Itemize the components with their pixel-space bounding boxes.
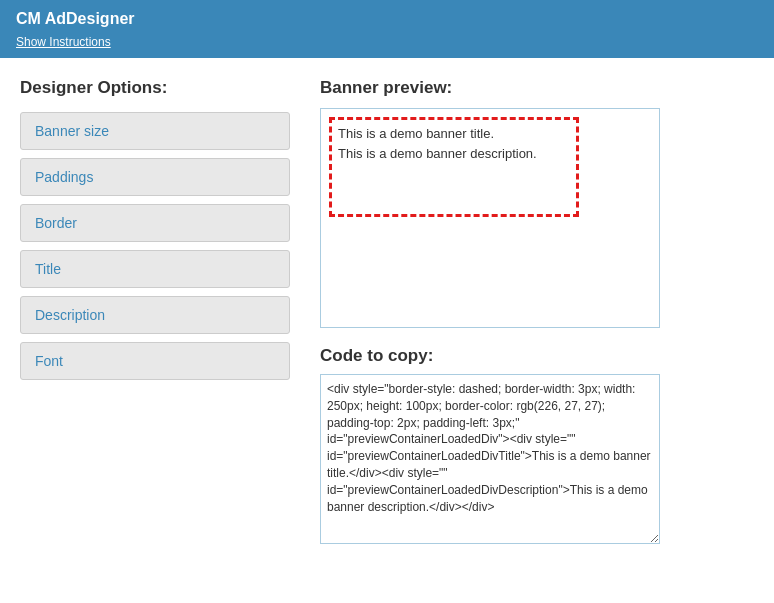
option-button-description[interactable]: Description [20, 296, 290, 334]
banner-demo-box: This is a demo banner title. This is a d… [329, 117, 579, 217]
right-panel: Banner preview: This is a demo banner ti… [320, 78, 754, 548]
left-panel: Designer Options: Banner sizePaddingsBor… [20, 78, 290, 548]
banner-desc-text: This is a demo banner description. [338, 144, 572, 164]
banner-preview-label: Banner preview: [320, 78, 754, 98]
option-button-banner-size[interactable]: Banner size [20, 112, 290, 150]
code-to-copy-label: Code to copy: [320, 346, 754, 366]
show-instructions-link[interactable]: Show Instructions [16, 35, 111, 49]
banner-preview-inner: This is a demo banner title. This is a d… [321, 109, 659, 225]
option-button-paddings[interactable]: Paddings [20, 158, 290, 196]
option-button-title[interactable]: Title [20, 250, 290, 288]
options-list: Banner sizePaddingsBorderTitleDescriptio… [20, 112, 290, 380]
designer-options-label: Designer Options: [20, 78, 290, 98]
app-title: CM AdDesigner [16, 10, 758, 28]
app-header: CM AdDesigner Show Instructions [0, 0, 774, 58]
code-textarea[interactable] [320, 374, 660, 544]
option-button-border[interactable]: Border [20, 204, 290, 242]
main-content: Designer Options: Banner sizePaddingsBor… [0, 58, 774, 568]
banner-preview-area: This is a demo banner title. This is a d… [320, 108, 660, 328]
option-button-font[interactable]: Font [20, 342, 290, 380]
banner-title-text: This is a demo banner title. [338, 124, 572, 144]
